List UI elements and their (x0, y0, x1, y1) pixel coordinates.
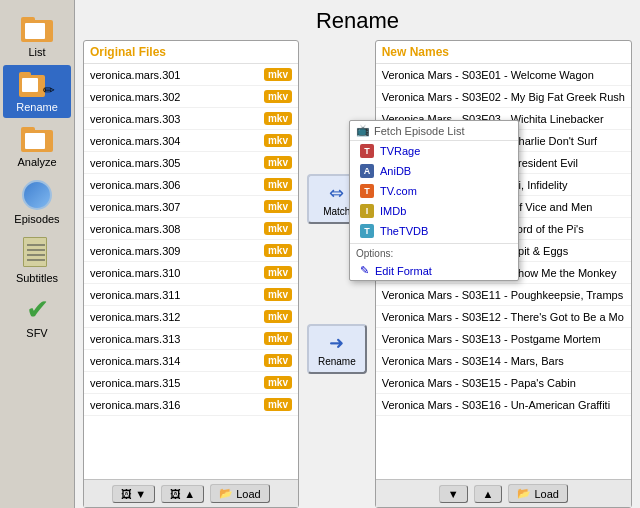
file-list[interactable]: veronica.mars.301 mkv veronica.mars.302 … (84, 64, 298, 479)
file-item[interactable]: veronica.mars.316 mkv (84, 394, 298, 416)
new-name-item[interactable]: Veronica Mars - S03E11 - Poughkeepsie, T… (376, 284, 631, 306)
left-up-button[interactable]: 🖼 ▲ (161, 485, 204, 503)
file-name: veronica.mars.315 (90, 377, 181, 389)
right-down-button[interactable]: ▼ (439, 485, 468, 503)
folder-list-icon (19, 15, 55, 43)
file-badge: mkv (264, 332, 292, 345)
panels-container: Original Files veronica.mars.301 mkv ver… (75, 40, 640, 508)
file-badge: mkv (264, 200, 292, 213)
file-badge: mkv (264, 266, 292, 279)
folder-rename-icon: ✏ (19, 70, 55, 98)
new-names-header: New Names (376, 41, 631, 64)
file-name: veronica.mars.301 (90, 69, 181, 81)
anidb-icon: A (360, 164, 374, 178)
file-badge: mkv (264, 244, 292, 257)
main-content: Rename Original Files veronica.mars.301 … (75, 0, 640, 508)
dropdown-imdb[interactable]: I IMDb (350, 201, 518, 221)
file-name: veronica.mars.316 (90, 399, 181, 411)
file-badge: mkv (264, 156, 292, 169)
check-icon: ✔ (26, 296, 49, 324)
sidebar-item-subtitles[interactable]: Subtitles (3, 232, 71, 289)
file-name: veronica.mars.306 (90, 179, 181, 191)
file-item[interactable]: veronica.mars.308 mkv (84, 218, 298, 240)
file-item[interactable]: veronica.mars.305 mkv (84, 152, 298, 174)
sidebar-item-rename[interactable]: ✏ Rename (3, 65, 71, 118)
right-up-button[interactable]: ▲ (474, 485, 503, 503)
new-name-item[interactable]: Veronica Mars - S03E12 - There's Got to … (376, 306, 631, 328)
new-name-item[interactable]: Veronica Mars - S03E13 - Postgame Mortem (376, 328, 631, 350)
notes-icon (23, 237, 51, 269)
file-item[interactable]: veronica.mars.313 mkv (84, 328, 298, 350)
dropdown-tvcom[interactable]: T TV.com (350, 181, 518, 201)
file-name: veronica.mars.305 (90, 157, 181, 169)
file-badge: mkv (264, 288, 292, 301)
left-down-button[interactable]: 🖼 ▼ (112, 485, 155, 503)
file-item[interactable]: veronica.mars.302 mkv (84, 86, 298, 108)
new-name-item[interactable]: Veronica Mars - S03E16 - Un-American Gra… (376, 394, 631, 416)
imdb-icon: I (360, 204, 374, 218)
sidebar-item-sfv[interactable]: ✔ SFV (3, 291, 71, 344)
sidebar-label-sfv: SFV (26, 327, 47, 339)
tvcom-icon: T (360, 184, 374, 198)
file-item[interactable]: veronica.mars.304 mkv (84, 130, 298, 152)
file-badge: mkv (264, 376, 292, 389)
dropdown-tvrage[interactable]: T TVRage (350, 141, 518, 161)
page-title: Rename (75, 0, 640, 40)
right-panel-bottom: ▼ ▲ 📂 Load (376, 479, 631, 507)
file-badge: mkv (264, 222, 292, 235)
file-name: veronica.mars.304 (90, 135, 181, 147)
file-name: veronica.mars.303 (90, 113, 181, 125)
file-badge: mkv (264, 68, 292, 81)
file-name: veronica.mars.314 (90, 355, 181, 367)
file-item[interactable]: veronica.mars.309 mkv (84, 240, 298, 262)
rename-arrow-icon: ➜ (329, 332, 344, 354)
file-item[interactable]: veronica.mars.307 mkv (84, 196, 298, 218)
pencil-icon: ✏ (43, 82, 55, 98)
dropdown-divider (350, 243, 518, 244)
rename-button[interactable]: ➜ Rename (307, 324, 367, 374)
fetch-dropdown-menu: 📺 Fetch Episode List T TVRage A AniDB T … (349, 120, 519, 281)
sidebar-label-episodes: Episodes (14, 213, 59, 225)
dropdown-anidb[interactable]: A AniDB (350, 161, 518, 181)
file-name: veronica.mars.313 (90, 333, 181, 345)
file-item[interactable]: veronica.mars.303 mkv (84, 108, 298, 130)
file-badge: mkv (264, 90, 292, 103)
sidebar-item-list[interactable]: List (3, 10, 71, 63)
right-load-icon: 📂 (517, 487, 531, 500)
file-item[interactable]: veronica.mars.301 mkv (84, 64, 298, 86)
new-name-item[interactable]: Veronica Mars - S03E01 - Welcome Wagon (376, 64, 631, 86)
tv-icon: 📺 (356, 124, 370, 137)
file-badge: mkv (264, 398, 292, 411)
file-badge: mkv (264, 134, 292, 147)
sidebar-label-rename: Rename (16, 101, 58, 113)
thetvdb-icon: T (360, 224, 374, 238)
left-load-button[interactable]: 📂 Load (210, 484, 269, 503)
file-name: veronica.mars.307 (90, 201, 181, 213)
file-name: veronica.mars.302 (90, 91, 181, 103)
sidebar-item-analyze[interactable]: Analyze (3, 120, 71, 173)
match-arrows-icon: ⇔ (329, 182, 344, 204)
new-name-item[interactable]: Veronica Mars - S03E02 - My Big Fat Gree… (376, 86, 631, 108)
file-item[interactable]: veronica.mars.314 mkv (84, 350, 298, 372)
file-item[interactable]: veronica.mars.312 mkv (84, 306, 298, 328)
new-name-item[interactable]: Veronica Mars - S03E15 - Papa's Cabin (376, 372, 631, 394)
sidebar: List ✏ Rename Analyze Episodes (0, 0, 75, 508)
original-files-header: Original Files (84, 41, 298, 64)
file-name: veronica.mars.312 (90, 311, 181, 323)
file-item[interactable]: veronica.mars.306 mkv (84, 174, 298, 196)
new-name-item[interactable]: Veronica Mars - S03E14 - Mars, Bars (376, 350, 631, 372)
dropdown-edit-format[interactable]: ✎ Edit Format (350, 261, 518, 280)
load-icon: 📂 (219, 487, 233, 500)
file-item[interactable]: veronica.mars.310 mkv (84, 262, 298, 284)
file-name: veronica.mars.308 (90, 223, 181, 235)
arrow-up-icon: 🖼 (170, 488, 181, 500)
file-badge: mkv (264, 354, 292, 367)
arrow-down-icon: 🖼 (121, 488, 132, 500)
dropdown-thetvdb[interactable]: T TheTVDB (350, 221, 518, 241)
dropdown-header: 📺 Fetch Episode List (350, 121, 518, 141)
right-load-button[interactable]: 📂 Load (508, 484, 567, 503)
file-item[interactable]: veronica.mars.315 mkv (84, 372, 298, 394)
file-item[interactable]: veronica.mars.311 mkv (84, 284, 298, 306)
left-panel-bottom: 🖼 ▼ 🖼 ▲ 📂 Load (84, 479, 298, 507)
sidebar-item-episodes[interactable]: Episodes (3, 175, 71, 230)
